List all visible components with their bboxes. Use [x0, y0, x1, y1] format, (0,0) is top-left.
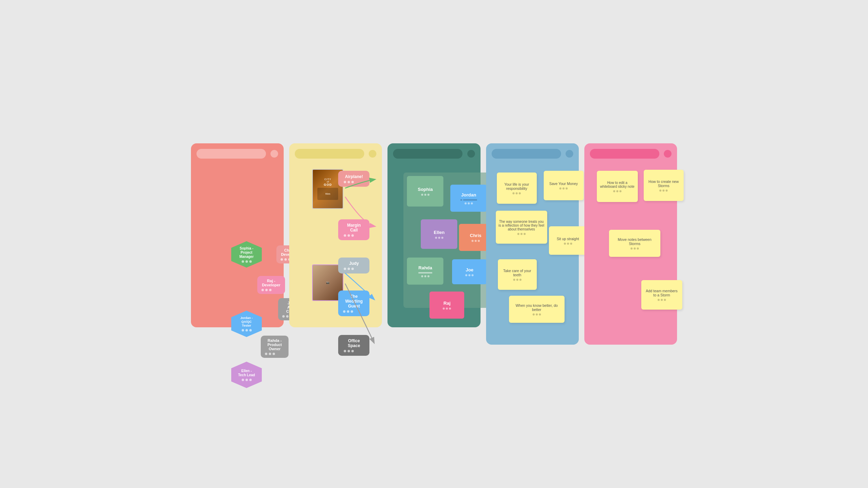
board-1-arrows: [197, 166, 278, 322]
board-2-header: [295, 149, 376, 159]
add-members-text: Add team members to a Storm: [644, 289, 679, 297]
sticky-save-money[interactable]: Save Your Money: [544, 171, 584, 200]
board-5: How to edit a whiteboard sticky note How…: [584, 143, 677, 345]
board-1-content: Sophia -ProjectManager Chris -Developer …: [197, 166, 278, 322]
board-4: Your life is your responsibility Save Yo…: [486, 143, 579, 345]
board-3-content: Sophia Jordan Ellen Chris Rahda: [393, 166, 475, 322]
board-3-dot: [467, 150, 475, 158]
board-2-search[interactable]: [295, 149, 364, 159]
node-office-space[interactable]: OfficeSpace: [338, 335, 369, 356]
node-jordan[interactable]: Jordan -QA/QCTester: [231, 311, 262, 337]
main-container: Sophia -ProjectManager Chris -Developer …: [191, 143, 677, 345]
board-1-dot: [270, 150, 278, 158]
block-sophia[interactable]: Sophia: [407, 176, 443, 207]
sit-straight-text: Sit up straight: [557, 237, 579, 241]
sticky-add-members[interactable]: Add team members to a Storm: [641, 280, 682, 310]
sticky-create-storms[interactable]: How to create new Storms: [644, 170, 684, 201]
board-2-dot: [369, 150, 376, 158]
board-4-search[interactable]: [492, 149, 561, 159]
board-4-content: Your life is your responsibility Save Yo…: [492, 166, 573, 339]
board-5-dot: [664, 150, 671, 158]
save-money-text: Save Your Money: [549, 182, 578, 186]
board-3-search[interactable]: [393, 149, 462, 159]
node-raj[interactable]: Raj -Developer: [257, 276, 285, 294]
board-4-dot: [566, 150, 573, 158]
sticky-way-someone[interactable]: The way someone treats you is a reflecti…: [496, 211, 547, 244]
block-rahda[interactable]: Rahda: [407, 258, 443, 285]
block-ellen[interactable]: Ellen: [421, 219, 457, 249]
sticky-move-notes[interactable]: Move notes between Storms: [609, 230, 660, 257]
node-wedding-guest[interactable]: TheWeddingGuest: [338, 291, 369, 316]
board-3-header: [393, 149, 475, 159]
sticky-take-care[interactable]: Take care of your teeth: [498, 259, 537, 290]
block-raj[interactable]: Raj: [429, 292, 464, 319]
board-1-header: [197, 149, 278, 159]
node-sophia[interactable]: Sophia -ProjectManager: [231, 241, 262, 268]
node-margin-call[interactable]: MarginCall: [338, 219, 369, 240]
board-5-search[interactable]: [590, 149, 659, 159]
block-joe[interactable]: Joe: [452, 259, 487, 284]
create-storms-text: How to create new Storms: [646, 179, 681, 188]
sticky-edit-whiteboard[interactable]: How to edit a whiteboard sticky note: [597, 171, 638, 202]
board-1-search[interactable]: [197, 149, 266, 159]
node-airplane[interactable]: Airplane!: [338, 171, 369, 187]
block-jordan[interactable]: Jordan: [450, 185, 487, 212]
board-5-content: How to edit a whiteboard sticky note How…: [590, 166, 671, 339]
node-rahda[interactable]: Rahda -ProductOwner: [261, 336, 289, 358]
board-3: Sophia Jordan Ellen Chris Rahda: [387, 143, 480, 327]
node-judy[interactable]: Judy: [338, 258, 369, 274]
sticky-sit-straight[interactable]: Sit up straight: [549, 226, 587, 255]
node-ellen[interactable]: Ellen -Tech Lead: [231, 362, 262, 388]
sticky-your-life[interactable]: Your life is your responsibility: [497, 173, 537, 204]
board-4-header: [492, 149, 573, 159]
sticky-when-better[interactable]: When you know better, do better: [509, 296, 565, 323]
board-1: Sophia -ProjectManager Chris -Developer …: [191, 143, 284, 327]
board-2-content: CITY of GOD film 📷 Airplane! MarginCall: [295, 166, 376, 322]
board-2: CITY of GOD film 📷 Airplane! MarginCall: [289, 143, 382, 327]
take-care-text: Take care of your teeth: [501, 269, 534, 277]
board-5-header: [590, 149, 671, 159]
